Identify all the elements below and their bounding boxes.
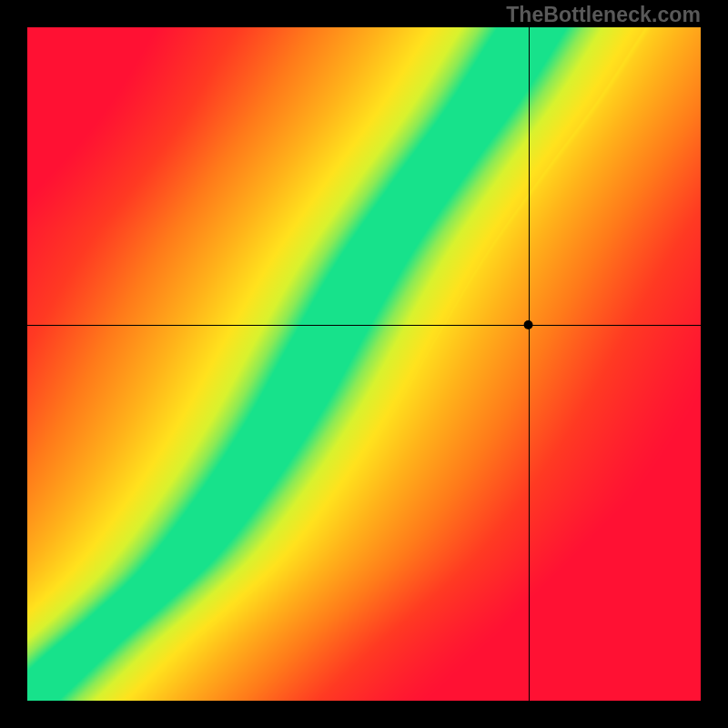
bottleneck-heatmap	[27, 27, 701, 701]
chart-frame: TheBottleneck.com	[0, 0, 728, 728]
watermark-text: TheBottleneck.com	[506, 3, 701, 27]
